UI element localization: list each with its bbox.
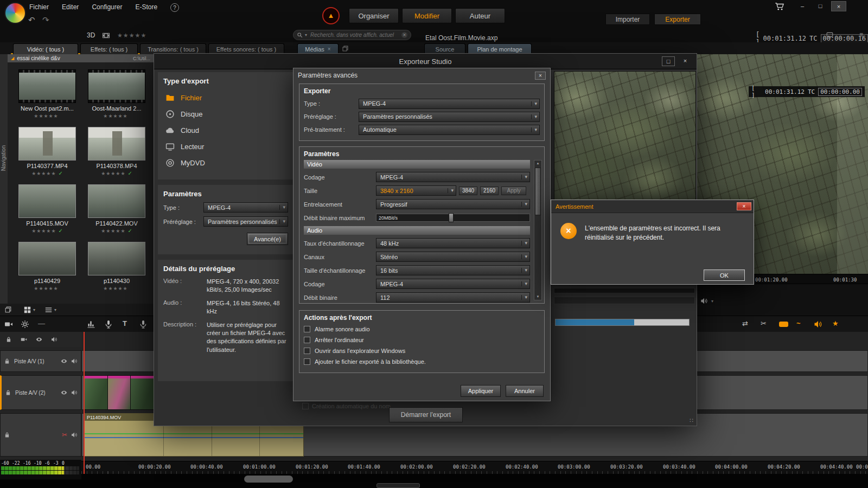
- height-field[interactable]: 2160: [480, 187, 499, 195]
- star-rating[interactable]: ★★★★★: [82, 285, 151, 291]
- media-item[interactable]: P1140378.MP4 ★★★★★✓: [82, 127, 151, 184]
- audio-codec-dropdown[interactable]: MPEG-4: [376, 279, 530, 289]
- media-thumbnail[interactable]: [18, 184, 76, 218]
- width-field[interactable]: 3840: [459, 187, 477, 195]
- scroll-down-icon[interactable]: ▼: [537, 294, 540, 300]
- mode-3d-label[interactable]: 3D: [87, 31, 95, 39]
- size-dropdown[interactable]: 3840 x 2160: [376, 185, 456, 196]
- bottom-widget[interactable]: [376, 483, 420, 488]
- wave-icon[interactable]: ~: [796, 319, 801, 328]
- lock-icon[interactable]: [4, 358, 10, 364]
- lock-all-icon[interactable]: [5, 336, 12, 343]
- export-type-mydvd[interactable]: MyDVD: [163, 155, 288, 171]
- tab-plan-montage[interactable]: Plan de montage: [468, 43, 532, 54]
- lock-icon[interactable]: [4, 432, 10, 438]
- fx-icon[interactable]: ★: [832, 319, 839, 328]
- voiceover-icon[interactable]: [104, 320, 113, 329]
- trim-icon[interactable]: ⇄: [742, 319, 748, 328]
- volume-caret-icon[interactable]: ▾: [711, 299, 713, 304]
- scenes-icon[interactable]: [4, 306, 12, 313]
- export-type-lecteur[interactable]: Lecteur: [163, 138, 288, 155]
- warning-ok-button[interactable]: OK: [704, 269, 745, 281]
- close-button[interactable]: ×: [831, 1, 846, 11]
- clip-segment[interactable]: [85, 376, 108, 409]
- video-codec-dropdown[interactable]: MPEG-4: [376, 172, 530, 182]
- media-thumbnail[interactable]: [88, 127, 145, 160]
- export-preview[interactable]: [554, 71, 696, 202]
- new-tab-icon[interactable]: [342, 45, 349, 52]
- speaker-icon[interactable]: [71, 358, 78, 364]
- speaker-icon[interactable]: [51, 336, 58, 343]
- resize-grip[interactable]: ∷: [690, 417, 693, 424]
- camera-tool-icon[interactable]: [4, 320, 13, 329]
- media-item[interactable]: New Oost part2.m... ★★★★★: [12, 69, 82, 127]
- apply-settings-button[interactable]: Appliquer: [461, 385, 501, 397]
- capture-icon[interactable]: ▲: [322, 7, 340, 24]
- undo-icon[interactable]: ↶: [28, 15, 35, 25]
- export-preset-dropdown[interactable]: Paramètres personnalisés: [203, 216, 288, 227]
- title-tool-icon[interactable]: T: [123, 319, 127, 328]
- search-clear-icon[interactable]: ×: [401, 32, 407, 38]
- speaker-icon[interactable]: [71, 389, 78, 396]
- channels-dropdown[interactable]: Stéréo: [376, 252, 530, 262]
- sample-size-dropdown[interactable]: 16 bits: [376, 265, 530, 275]
- preview-volume-icon[interactable]: [700, 297, 708, 305]
- tab-medias[interactable]: Médias ×: [297, 43, 339, 54]
- media-item[interactable]: p1140430 ★★★★★: [82, 242, 151, 299]
- preview-tc-value[interactable]: 00:00:00.00: [818, 88, 862, 96]
- export-type-cloud[interactable]: Cloud: [163, 122, 288, 138]
- expand-arrow-icon[interactable]: ◢: [11, 56, 14, 61]
- timeline-ruler[interactable]: 00.00 00:00:20.00 00:00:40.00 00:01:00.0…: [0, 461, 868, 474]
- sample-rate-dropdown[interactable]: 48 kHz: [376, 238, 530, 248]
- list-view-icon[interactable]: [45, 306, 52, 313]
- importer-button[interactable]: Importer: [605, 14, 650, 25]
- slider-handle[interactable]: [449, 213, 454, 222]
- grid-view-icon[interactable]: [24, 306, 31, 313]
- tab-effets[interactable]: Effets: ( tous ): [80, 43, 138, 54]
- inout-icon[interactable]: [ ]: [751, 85, 762, 99]
- navigation-strip[interactable]: Navigation: [0, 54, 8, 304]
- media-thumbnail[interactable]: [88, 184, 145, 218]
- scroll-up-icon[interactable]: ▲: [537, 160, 540, 166]
- h-scrollbar-thumb[interactable]: [244, 476, 293, 483]
- checkbox-shutdown[interactable]: Arrêter l'ordinateur: [304, 335, 540, 345]
- audio-mixer-icon[interactable]: [814, 320, 822, 329]
- warning-close-button[interactable]: ×: [737, 202, 751, 210]
- eye-icon[interactable]: [61, 389, 67, 396]
- eye-icon[interactable]: [61, 358, 67, 364]
- menu-fichier[interactable]: Fichier: [29, 3, 49, 12]
- advanced-close-button[interactable]: ×: [535, 72, 546, 80]
- star-rating[interactable]: ★★★★★✓: [12, 228, 82, 234]
- tab-effets-sonores[interactable]: Effets sonores: ( tous ): [208, 43, 284, 54]
- export-scrubber[interactable]: [554, 288, 695, 293]
- video-section-header[interactable]: Vidéo: [304, 160, 530, 169]
- checkbox-explorer[interactable]: Ouvrir dans l'explorateur Windows: [304, 345, 540, 356]
- tab-source[interactable]: Source: [424, 43, 465, 54]
- settings-icon[interactable]: [21, 320, 29, 329]
- media-thumbnail[interactable]: [18, 69, 76, 103]
- clip-segment[interactable]: [131, 376, 154, 409]
- export-type-fichier[interactable]: Fichier: [163, 89, 288, 106]
- export-type-disque[interactable]: Disque: [163, 106, 288, 122]
- help-icon[interactable]: ?: [170, 3, 179, 12]
- lock-icon[interactable]: [5, 389, 11, 396]
- star-rating[interactable]: ★★★★★✓: [12, 170, 82, 176]
- audio-section-header[interactable]: Audio: [304, 226, 530, 235]
- minimize-button[interactable]: –: [795, 1, 809, 10]
- star-filter[interactable]: ★★★★★: [117, 32, 146, 39]
- track-header-3[interactable]: ✂: [0, 413, 81, 457]
- app-logo[interactable]: [4, 2, 26, 24]
- auto-name-checkbox[interactable]: Création automatique du nom: [302, 403, 391, 409]
- media-thumbnail[interactable]: [18, 242, 76, 275]
- apply-button[interactable]: Apply: [501, 187, 526, 195]
- clip-segment[interactable]: [108, 376, 131, 409]
- menu-estore[interactable]: E-Store: [135, 3, 157, 12]
- track-header-1[interactable]: Piste A/V (1): [0, 350, 81, 372]
- start-export-button[interactable]: Démarrer l'export: [389, 407, 463, 422]
- media-item[interactable]: P1140415.MOV ★★★★★✓: [12, 184, 82, 242]
- interlace-dropdown[interactable]: Progressif: [376, 199, 530, 209]
- media-item[interactable]: p1140429 ★★★★★: [12, 242, 82, 299]
- dialog-close-button[interactable]: ×: [679, 56, 691, 65]
- tab-video[interactable]: Vidéo: ( tous ): [13, 43, 78, 54]
- mixer-icon[interactable]: [87, 320, 95, 329]
